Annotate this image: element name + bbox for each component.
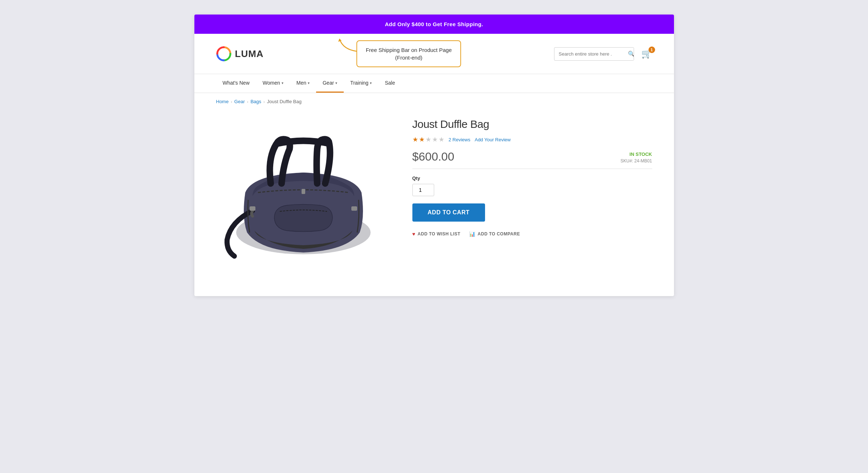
search-button[interactable]: 🔍	[624, 48, 634, 60]
sku-label: SKU#:	[621, 158, 633, 163]
main-navigation: What's New Women ▾ Men ▾ Gear ▾ Training…	[194, 74, 674, 93]
breadcrumb-sep: ›	[247, 100, 249, 104]
cart-button[interactable]: 🛒 1	[641, 49, 652, 59]
svg-rect-4	[250, 206, 255, 211]
product-image-svg	[223, 120, 383, 269]
cart-badge: 1	[649, 47, 655, 53]
breadcrumb-sep: ›	[231, 100, 232, 104]
star-1: ★	[412, 136, 418, 143]
search-bar[interactable]: 🔍	[554, 47, 634, 61]
tooltip-bubble: Free Shipping Bar on Product Page (Front…	[356, 40, 461, 67]
price-stock-row: $600.00 IN STOCK SKU#: 24-MB01	[412, 150, 652, 169]
chevron-down-icon: ▾	[308, 81, 310, 85]
rating-row: ★ ★ ★ ★ ★ 2 Reviews Add Your Review	[412, 136, 652, 143]
product-image	[216, 114, 391, 274]
product-image-column	[216, 114, 391, 274]
star-2: ★	[419, 136, 425, 143]
compare-icon: 📊	[469, 231, 476, 237]
product-section: Joust Duffle Bag ★ ★ ★ ★ ★ 2 Reviews Add…	[194, 107, 674, 296]
product-details-column: Joust Duffle Bag ★ ★ ★ ★ ★ 2 Reviews Add…	[412, 114, 652, 274]
wishlist-compare-row: ♥ ADD TO WISH LIST 📊 ADD TO COMPARE	[412, 231, 652, 237]
nav-item-women[interactable]: Women ▾	[256, 74, 290, 93]
nav-item-whats-new[interactable]: What's New	[216, 74, 256, 93]
tooltip-area: Free Shipping Bar on Product Page (Front…	[271, 40, 547, 67]
shipping-banner-text: Add Only $400 to Get Free Shipping.	[385, 21, 483, 27]
star-4: ★	[432, 136, 438, 143]
reviews-link[interactable]: 2 Reviews	[449, 137, 471, 142]
sku: SKU#: 24-MB01	[621, 158, 652, 163]
shipping-banner: Add Only $400 to Get Free Shipping.	[194, 15, 674, 34]
sku-value: 24-MB01	[634, 158, 652, 163]
logo-icon	[216, 46, 231, 61]
logo-text: LUMA	[235, 48, 264, 60]
star-rating: ★ ★ ★ ★ ★	[412, 136, 444, 143]
add-to-cart-button[interactable]: Add to Cart	[412, 203, 485, 222]
stock-sku: IN STOCK SKU#: 24-MB01	[621, 151, 652, 163]
svg-rect-5	[351, 206, 357, 211]
qty-label: Qty	[412, 175, 652, 181]
qty-input[interactable]	[412, 184, 434, 196]
search-input[interactable]	[554, 48, 624, 60]
heart-icon: ♥	[412, 231, 416, 237]
breadcrumb-bags[interactable]: Bags	[250, 99, 261, 104]
add-to-wishlist-button[interactable]: ♥ ADD TO WISH LIST	[412, 231, 461, 237]
tooltip-arrow-icon	[336, 37, 358, 55]
breadcrumb-home[interactable]: Home	[216, 99, 229, 104]
nav-item-training[interactable]: Training ▾	[344, 74, 378, 93]
tooltip-subtitle: (Front-end)	[366, 54, 452, 61]
chevron-down-icon: ▾	[282, 81, 283, 85]
breadcrumb-sep: ›	[263, 100, 265, 104]
breadcrumb-gear[interactable]: Gear	[234, 99, 245, 104]
add-to-compare-button[interactable]: 📊 ADD TO COMPARE	[469, 231, 520, 237]
svg-marker-1	[338, 39, 342, 42]
nav-item-men[interactable]: Men ▾	[290, 74, 316, 93]
star-3: ★	[425, 136, 431, 143]
product-title: Joust Duffle Bag	[412, 118, 652, 130]
logo[interactable]: LUMA	[216, 46, 264, 61]
add-review-link[interactable]: Add Your Review	[475, 137, 510, 142]
site-header: LUMA Free Shipping Bar on Product Page (…	[194, 34, 674, 74]
star-5: ★	[439, 136, 444, 143]
in-stock-badge: IN STOCK	[621, 151, 652, 157]
breadcrumb-current: Joust Duffle Bag	[267, 99, 302, 104]
breadcrumb: Home › Gear › Bags › Joust Duffle Bag	[194, 93, 674, 107]
svg-rect-3	[302, 189, 305, 194]
nav-item-gear[interactable]: Gear ▾	[316, 74, 344, 93]
product-price: $600.00	[412, 150, 455, 163]
chevron-down-icon: ▾	[370, 81, 372, 85]
chevron-down-icon: ▾	[335, 81, 337, 85]
nav-item-sale[interactable]: Sale	[378, 74, 401, 93]
tooltip-title: Free Shipping Bar on Product Page	[366, 46, 452, 54]
